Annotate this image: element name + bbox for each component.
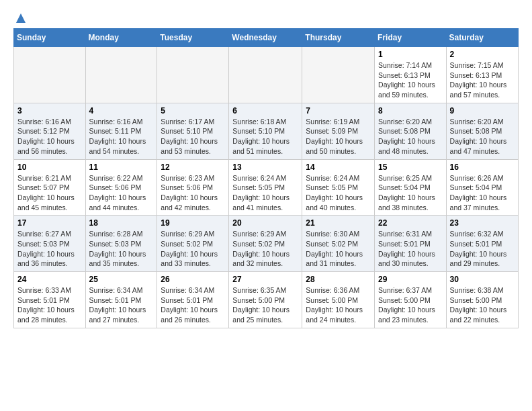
day-number: 6 xyxy=(232,106,298,116)
day-number: 24 xyxy=(17,275,82,284)
calendar-cell: 17Sunrise: 6:27 AM Sunset: 5:03 PM Dayli… xyxy=(14,216,86,272)
calendar-cell xyxy=(85,47,157,103)
day-info: Sunrise: 6:30 AM Sunset: 5:02 PM Dayligh… xyxy=(306,230,363,267)
calendar-cell: 30Sunrise: 6:38 AM Sunset: 5:00 PM Dayli… xyxy=(446,272,518,328)
day-number: 21 xyxy=(306,218,371,228)
calendar-cell: 27Sunrise: 6:35 AM Sunset: 5:00 PM Dayli… xyxy=(229,272,302,328)
day-number: 22 xyxy=(378,218,443,228)
day-info: Sunrise: 6:37 AM Sunset: 5:00 PM Dayligh… xyxy=(378,286,435,324)
calendar-cell xyxy=(302,47,375,103)
calendar-cell: 23Sunrise: 6:32 AM Sunset: 5:01 PM Dayli… xyxy=(446,216,518,272)
calendar-cell: 12Sunrise: 6:23 AM Sunset: 5:06 PM Dayli… xyxy=(157,159,229,216)
calendar-cell: 21Sunrise: 6:30 AM Sunset: 5:02 PM Dayli… xyxy=(302,216,375,272)
day-info: Sunrise: 6:34 AM Sunset: 5:01 PM Dayligh… xyxy=(161,286,218,324)
weekday-header-tuesday: Tuesday xyxy=(157,29,229,47)
day-info: Sunrise: 6:27 AM Sunset: 5:03 PM Dayligh… xyxy=(17,230,75,267)
day-number: 25 xyxy=(89,275,154,284)
day-number: 4 xyxy=(89,106,154,116)
day-number: 17 xyxy=(17,218,82,228)
weekday-header-row: SundayMondayTuesdayWednesdayThursdayFrid… xyxy=(14,29,519,47)
calendar-cell: 10Sunrise: 6:21 AM Sunset: 5:07 PM Dayli… xyxy=(14,159,86,216)
day-info: Sunrise: 6:20 AM Sunset: 5:08 PM Dayligh… xyxy=(378,118,435,155)
day-info: Sunrise: 6:36 AM Sunset: 5:00 PM Dayligh… xyxy=(306,286,363,324)
day-number: 2 xyxy=(450,50,515,59)
calendar-cell: 6Sunrise: 6:18 AM Sunset: 5:10 PM Daylig… xyxy=(229,103,302,159)
weekday-header-monday: Monday xyxy=(85,29,157,47)
calendar-cell xyxy=(14,47,86,103)
day-info: Sunrise: 6:24 AM Sunset: 5:05 PM Dayligh… xyxy=(306,174,363,212)
day-number: 13 xyxy=(232,163,298,172)
day-info: Sunrise: 6:21 AM Sunset: 5:07 PM Dayligh… xyxy=(17,174,75,212)
day-info: Sunrise: 6:16 AM Sunset: 5:11 PM Dayligh… xyxy=(89,118,146,155)
calendar-cell: 13Sunrise: 6:24 AM Sunset: 5:05 PM Dayli… xyxy=(229,159,302,216)
calendar-cell: 19Sunrise: 6:29 AM Sunset: 5:02 PM Dayli… xyxy=(157,216,229,272)
day-number: 15 xyxy=(378,163,443,172)
logo-triangle-icon xyxy=(15,12,27,24)
calendar-cell: 24Sunrise: 6:33 AM Sunset: 5:01 PM Dayli… xyxy=(14,272,86,328)
calendar-cell: 1Sunrise: 7:14 AM Sunset: 6:13 PM Daylig… xyxy=(375,47,447,103)
day-info: Sunrise: 6:31 AM Sunset: 5:01 PM Dayligh… xyxy=(378,230,435,267)
day-info: Sunrise: 6:32 AM Sunset: 5:01 PM Dayligh… xyxy=(450,230,507,267)
weekday-header-sunday: Sunday xyxy=(14,29,86,47)
day-info: Sunrise: 6:34 AM Sunset: 5:01 PM Dayligh… xyxy=(89,286,146,324)
day-info: Sunrise: 6:16 AM Sunset: 5:12 PM Dayligh… xyxy=(17,118,75,155)
week-row-1: 1Sunrise: 7:14 AM Sunset: 6:13 PM Daylig… xyxy=(14,47,519,103)
calendar-cell: 25Sunrise: 6:34 AM Sunset: 5:01 PM Dayli… xyxy=(85,272,157,328)
day-number: 28 xyxy=(306,275,371,284)
day-info: Sunrise: 6:23 AM Sunset: 5:06 PM Dayligh… xyxy=(161,174,218,212)
day-info: Sunrise: 6:35 AM Sunset: 5:00 PM Dayligh… xyxy=(232,286,290,324)
day-number: 19 xyxy=(161,218,225,228)
day-info: Sunrise: 6:33 AM Sunset: 5:01 PM Dayligh… xyxy=(17,286,75,324)
calendar-cell: 8Sunrise: 6:20 AM Sunset: 5:08 PM Daylig… xyxy=(375,103,447,159)
calendar-cell: 26Sunrise: 6:34 AM Sunset: 5:01 PM Dayli… xyxy=(157,272,229,328)
calendar-cell: 5Sunrise: 6:17 AM Sunset: 5:10 PM Daylig… xyxy=(157,103,229,159)
day-info: Sunrise: 7:15 AM Sunset: 6:13 PM Dayligh… xyxy=(450,61,507,99)
calendar-cell xyxy=(229,47,302,103)
day-info: Sunrise: 7:14 AM Sunset: 6:13 PM Dayligh… xyxy=(378,61,435,99)
day-number: 12 xyxy=(161,163,225,172)
week-row-5: 24Sunrise: 6:33 AM Sunset: 5:01 PM Dayli… xyxy=(14,272,519,328)
day-number: 14 xyxy=(306,163,371,172)
day-number: 8 xyxy=(378,106,443,116)
day-info: Sunrise: 6:20 AM Sunset: 5:08 PM Dayligh… xyxy=(450,118,507,155)
day-info: Sunrise: 6:29 AM Sunset: 5:02 PM Dayligh… xyxy=(232,230,290,267)
day-info: Sunrise: 6:26 AM Sunset: 5:04 PM Dayligh… xyxy=(450,174,507,212)
day-number: 1 xyxy=(378,50,443,59)
calendar-cell: 11Sunrise: 6:22 AM Sunset: 5:06 PM Dayli… xyxy=(85,159,157,216)
day-number: 18 xyxy=(89,218,154,228)
calendar-cell: 14Sunrise: 6:24 AM Sunset: 5:05 PM Dayli… xyxy=(302,159,375,216)
calendar-cell: 2Sunrise: 7:15 AM Sunset: 6:13 PM Daylig… xyxy=(446,47,518,103)
day-number: 9 xyxy=(450,106,515,116)
day-number: 10 xyxy=(17,163,82,172)
calendar-cell: 29Sunrise: 6:37 AM Sunset: 5:00 PM Dayli… xyxy=(375,272,447,328)
calendar-cell: 18Sunrise: 6:28 AM Sunset: 5:03 PM Dayli… xyxy=(85,216,157,272)
header xyxy=(13,11,519,23)
calendar-cell: 7Sunrise: 6:19 AM Sunset: 5:09 PM Daylig… xyxy=(302,103,375,159)
day-number: 20 xyxy=(232,218,298,228)
calendar-cell: 22Sunrise: 6:31 AM Sunset: 5:01 PM Dayli… xyxy=(375,216,447,272)
day-number: 27 xyxy=(232,275,298,284)
day-info: Sunrise: 6:22 AM Sunset: 5:06 PM Dayligh… xyxy=(89,174,146,212)
day-info: Sunrise: 6:24 AM Sunset: 5:05 PM Dayligh… xyxy=(232,174,290,212)
calendar-cell: 20Sunrise: 6:29 AM Sunset: 5:02 PM Dayli… xyxy=(229,216,302,272)
day-number: 3 xyxy=(17,106,82,116)
calendar-cell: 3Sunrise: 6:16 AM Sunset: 5:12 PM Daylig… xyxy=(14,103,86,159)
day-info: Sunrise: 6:19 AM Sunset: 5:09 PM Dayligh… xyxy=(306,118,363,155)
weekday-header-saturday: Saturday xyxy=(446,29,518,47)
week-row-2: 3Sunrise: 6:16 AM Sunset: 5:12 PM Daylig… xyxy=(14,103,519,159)
day-info: Sunrise: 6:29 AM Sunset: 5:02 PM Dayligh… xyxy=(161,230,218,267)
svg-marker-0 xyxy=(16,13,26,23)
week-row-3: 10Sunrise: 6:21 AM Sunset: 5:07 PM Dayli… xyxy=(14,159,519,216)
logo xyxy=(13,13,27,23)
day-number: 30 xyxy=(450,275,515,284)
day-number: 26 xyxy=(161,275,225,284)
calendar-cell: 16Sunrise: 6:26 AM Sunset: 5:04 PM Dayli… xyxy=(446,159,518,216)
weekday-header-friday: Friday xyxy=(375,29,447,47)
day-info: Sunrise: 6:25 AM Sunset: 5:04 PM Dayligh… xyxy=(378,174,435,212)
calendar-cell: 9Sunrise: 6:20 AM Sunset: 5:08 PM Daylig… xyxy=(446,103,518,159)
day-info: Sunrise: 6:18 AM Sunset: 5:10 PM Dayligh… xyxy=(232,118,290,155)
day-number: 16 xyxy=(450,163,515,172)
day-info: Sunrise: 6:17 AM Sunset: 5:10 PM Dayligh… xyxy=(161,118,218,155)
weekday-header-wednesday: Wednesday xyxy=(229,29,302,47)
calendar-cell xyxy=(157,47,229,103)
